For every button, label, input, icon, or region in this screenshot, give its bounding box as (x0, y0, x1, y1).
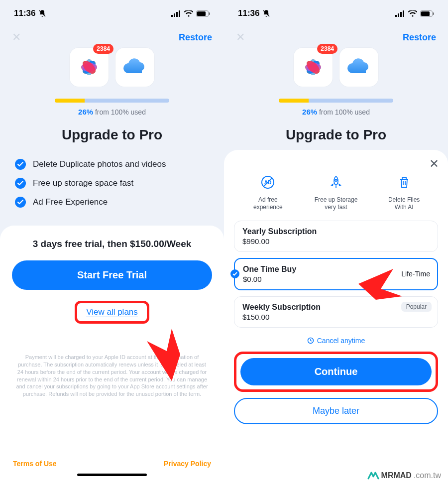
cancel-anytime-note: Cancel anytime (234, 337, 438, 345)
storage-progress: 26% from 100% used (55, 99, 169, 116)
feature-text: Ad Free Experience (33, 197, 108, 207)
progress-bar (279, 99, 393, 103)
view-all-plans-link[interactable]: View all plans (75, 301, 149, 324)
status-time: 11:36 (14, 8, 35, 18)
progress-suffix: from 100% used (317, 108, 370, 116)
svg-rect-23 (433, 12, 434, 15)
storage-progress: 26% from 100% used (279, 99, 393, 116)
plan-duration: Life-Time (401, 270, 430, 278)
status-bar: 11:36 (0, 0, 224, 24)
page-title: Upgrade to Pro (224, 127, 448, 143)
bell-off-icon (38, 9, 46, 17)
photos-badge-count: 2384 (93, 44, 113, 54)
continue-button[interactable]: Continue (240, 358, 432, 385)
status-bar: 11:36 (224, 0, 448, 24)
plan-selected-check-icon (230, 269, 239, 278)
benefit-ad-free: AD Ad freeexperience (240, 175, 295, 212)
plan-one-time[interactable]: One Time Buy $0.00 Life-Time (234, 258, 438, 290)
cloud-icon (346, 58, 372, 76)
plan-yearly[interactable]: Yearly Subscription $990.00 (234, 221, 438, 252)
wifi-icon (184, 10, 193, 17)
close-icon[interactable]: ✕ (236, 31, 245, 44)
progress-text: 26% from 100% used (279, 108, 393, 116)
progress-text: 26% from 100% used (55, 108, 169, 116)
rocket-icon (329, 175, 343, 190)
top-nav: ✕ Restore (224, 24, 448, 46)
legal-fine-print: Payment will be charged to your Apple ID… (12, 354, 212, 398)
svg-rect-7 (209, 12, 210, 15)
continue-highlight: Continue (234, 352, 438, 392)
cellular-icon (171, 10, 181, 17)
watermark-brand: MRMAD (381, 471, 412, 480)
maybe-later-button[interactable]: Maybe later (234, 398, 438, 424)
cellular-icon (395, 10, 405, 17)
benefit-label: experience (253, 204, 283, 211)
photos-app-icon: 2384 (294, 48, 333, 87)
check-icon (15, 159, 26, 170)
page-title: Upgrade to Pro (0, 127, 224, 143)
icloud-app-icon (115, 48, 154, 87)
top-nav: ✕ Restore (0, 24, 224, 46)
benefit-label: very fast (325, 204, 347, 211)
svg-rect-1 (171, 15, 173, 17)
footer-links: Terms of Use Privacy Policy (12, 457, 212, 470)
battery-icon (196, 10, 210, 17)
benefits-row: AD Ad freeexperience Free up Storagevery… (234, 175, 438, 212)
benefit-delete-ai: Delete FilesWith AI (377, 175, 432, 212)
trial-description: 3 days free trial, then $150.00/Week (12, 239, 212, 249)
progress-bar (55, 99, 169, 103)
popular-tag: Popular (401, 302, 432, 312)
terms-link[interactable]: Terms of Use (13, 460, 57, 468)
watermark-domain: .com.tw (414, 471, 441, 480)
ad-free-icon: AD (260, 175, 275, 190)
close-plans-icon[interactable]: ✕ (429, 157, 439, 171)
start-free-trial-button[interactable]: Start Free Trial (12, 260, 212, 290)
screen-right: 11:36 ✕ Restore (224, 0, 448, 487)
progress-percent: 26% (78, 108, 93, 116)
wifi-icon (408, 10, 417, 17)
hero-icons: 2384 (0, 48, 224, 87)
svg-rect-6 (197, 11, 206, 16)
bell-off-icon (262, 9, 270, 17)
icloud-app-icon (339, 48, 378, 87)
photos-flower-icon (301, 55, 326, 80)
benefit-label: With AI (395, 204, 414, 211)
svg-rect-19 (400, 12, 402, 17)
svg-point-35 (335, 179, 337, 181)
feature-item: Delete Duplicate photos and videos (15, 155, 209, 174)
feature-list: Delete Duplicate photos and videos Free … (15, 155, 209, 212)
plan-price: $990.00 (242, 237, 430, 245)
plan-name: Yearly Subscription (242, 227, 430, 236)
svg-rect-17 (395, 15, 397, 17)
check-icon (15, 197, 26, 208)
svg-rect-22 (421, 11, 430, 16)
restore-button[interactable]: Restore (403, 32, 436, 43)
privacy-link[interactable]: Privacy Policy (164, 460, 211, 468)
benefit-label: Ad free (258, 196, 278, 203)
cancel-anytime-text: Cancel anytime (317, 337, 365, 345)
svg-rect-3 (176, 12, 178, 17)
hero-icons: 2384 (224, 48, 448, 87)
photos-app-icon: 2384 (70, 48, 109, 87)
svg-rect-4 (179, 10, 180, 17)
plans-card: ✕ AD Ad freeexperience Free up Storageve… (224, 150, 448, 487)
home-indicator[interactable] (77, 474, 147, 476)
battery-icon (420, 10, 434, 17)
benefit-label: Delete Files (388, 196, 420, 203)
check-icon (15, 178, 26, 189)
photos-flower-icon (77, 55, 102, 80)
progress-fill (279, 99, 309, 103)
restore-button[interactable]: Restore (179, 32, 212, 43)
watermark: MRMAD.com.tw (367, 471, 441, 480)
trash-icon (397, 175, 412, 190)
feature-text: Delete Duplicate photos and videos (33, 159, 166, 169)
progress-suffix: from 100% used (93, 108, 146, 116)
svg-rect-20 (403, 10, 404, 17)
benefit-free-storage: Free up Storagevery fast (309, 175, 363, 212)
watermark-logo-icon (367, 472, 379, 480)
progress-fill (55, 99, 85, 103)
svg-rect-2 (174, 13, 175, 17)
plan-weekly[interactable]: Popular Weekly Subscription $150.00 (234, 296, 438, 328)
close-icon[interactable]: ✕ (12, 31, 21, 44)
clock-icon (307, 337, 314, 344)
